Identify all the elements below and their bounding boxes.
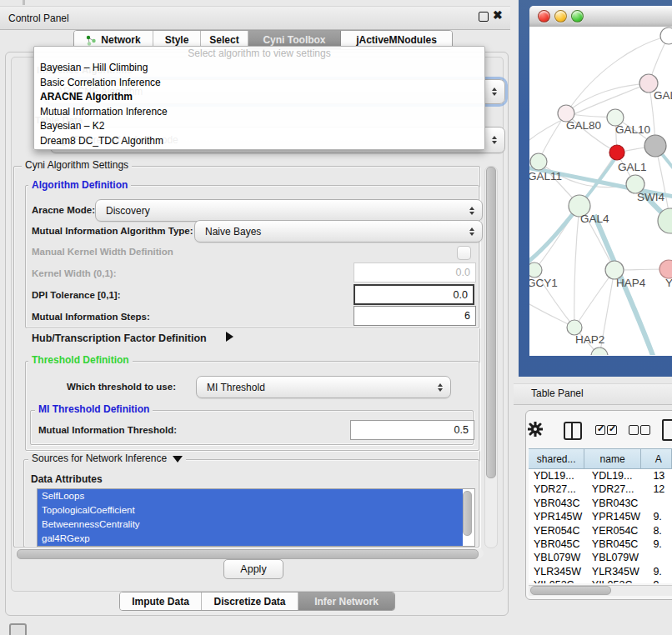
table-cell: YBR045C	[529, 538, 590, 551]
which-threshold-select[interactable]: MI Threshold	[196, 376, 451, 398]
column-header[interactable]: A	[641, 448, 672, 469]
settings-hscrollbar-thumb[interactable]	[17, 549, 479, 559]
sources-title: Sources for Network Inference	[28, 453, 186, 464]
kernel-width-field[interactable]: 0.0	[354, 262, 476, 282]
table-cell: 9	[651, 578, 672, 583]
table-cell: 8.	[651, 524, 672, 538]
float-window-icon[interactable]	[479, 12, 489, 22]
mi-steps-label: Mutual Information Steps:	[32, 312, 150, 322]
network-canvas[interactable]: GAL2GAL80GAL10GAL1GAL11SWI4GAL4GCY1HAP4Y…	[529, 27, 672, 356]
dpi-tolerance-field[interactable]: 0.0	[354, 284, 474, 305]
table-row[interactable]: YLR345WYLR345W9.	[529, 565, 672, 578]
data-attributes-label: Data Attributes	[31, 473, 103, 485]
table-cell: 13	[651, 469, 672, 482]
table-cell: YIL052C	[590, 578, 652, 583]
algorithm-option[interactable]: ARACNE Algorithm	[34, 90, 484, 105]
mi-type-label: Mutual Information Algorithm Type:	[32, 226, 193, 236]
threshold-definition-title: Threshold Definition	[28, 355, 133, 366]
table-mode-icon[interactable]	[662, 419, 672, 441]
node-label: GAL2	[654, 89, 672, 102]
tab-discretize-data[interactable]: Discretize Data	[202, 592, 298, 610]
table-row[interactable]: YDR27...YDR27...12	[529, 482, 672, 496]
gear-icon[interactable]	[528, 422, 543, 437]
attribute-item[interactable]: gal4RGexp	[38, 532, 463, 546]
column-header[interactable]: shared...	[529, 448, 584, 469]
network-window-titlebar[interactable]	[529, 6, 672, 28]
tab-infer-network[interactable]: Infer Network	[298, 592, 394, 610]
table-row[interactable]: YIL052CYIL052C9	[529, 578, 672, 583]
zoom-traffic-light[interactable]	[571, 10, 584, 22]
top-strip-notch	[23, 0, 25, 5]
network-node[interactable]	[530, 153, 547, 170]
attribute-item[interactable]: SelfLoops	[38, 489, 463, 503]
bottom-tabs: Impute DataDiscretize DataInfer Network	[119, 592, 395, 611]
combo-arrows-icon	[469, 207, 474, 215]
which-threshold-value: MI Threshold	[207, 382, 265, 393]
table-cell: YLR345W	[529, 565, 590, 578]
mi-threshold-title: MI Threshold Definition	[35, 404, 153, 415]
deselect-checkbox-icon[interactable]	[629, 425, 639, 435]
expand-arrow-icon[interactable]	[226, 332, 233, 342]
data-attributes-list[interactable]: SelfLoopsTopologicalCoefficientBetweenne…	[37, 488, 475, 547]
table-cell: YPR145W	[529, 510, 590, 523]
apply-button[interactable]: Apply	[223, 559, 283, 579]
node-label: GAL10	[615, 123, 650, 136]
table-row[interactable]: YER054CYER054C8.	[529, 524, 672, 538]
aracne-mode-select[interactable]: Discovery	[95, 199, 483, 222]
algorithm-dropdown-popup: Select algorithm to view settings Bayesi…	[33, 46, 485, 150]
deselect-checkbox-icon2[interactable]	[640, 425, 650, 435]
table-row[interactable]: YBL079WYBL079W	[529, 551, 672, 564]
table-hscrollbar-thumb[interactable]	[530, 586, 611, 595]
control-panel-title: Control Panel	[8, 12, 69, 24]
algorithm-option[interactable]: Bayesian – K2	[34, 119, 484, 134]
node-label: GAL4	[580, 212, 609, 225]
table-cell: YDL19...	[590, 469, 652, 482]
tab-impute-data[interactable]: Impute Data	[120, 592, 202, 610]
attribute-item[interactable]: TopologicalCoefficient	[38, 503, 463, 518]
mi-threshold-field[interactable]: 0.5	[350, 420, 474, 440]
network-node[interactable]	[644, 135, 666, 157]
table-cell: 9.	[651, 510, 672, 523]
network-node[interactable]	[659, 260, 672, 278]
algorithm-option[interactable]: Basic Correlation Inference	[34, 76, 484, 91]
close-icon[interactable]: ✖	[493, 8, 503, 22]
algorithm-option[interactable]: Dream8 DC_TDC Algorithm	[34, 134, 484, 149]
network-node[interactable]	[529, 262, 542, 278]
select-all-checkbox-icon[interactable]	[595, 425, 605, 435]
table-row[interactable]: YPR145WYPR145W9.	[529, 510, 672, 523]
panel-corner-icon[interactable]	[9, 623, 27, 635]
table-cell: YER054C	[529, 524, 590, 538]
columns-icon[interactable]	[564, 422, 582, 440]
table-cell: 12	[651, 482, 672, 496]
hub-definition-label[interactable]: Hub/Transcription Factor Definition	[32, 332, 207, 344]
combo-arrows-icon	[469, 228, 474, 236]
sources-title-text: Sources for Network Inference	[32, 452, 167, 464]
table-cell: YDL19...	[529, 469, 590, 482]
table-row[interactable]: YBR045CYBR045C9.	[529, 538, 672, 551]
combo-arrows-icon	[492, 136, 497, 144]
algorithm-option[interactable]: Mutual Information Inference	[34, 105, 484, 120]
collapse-arrow-icon[interactable]	[173, 456, 183, 462]
network-node[interactable]	[660, 28, 672, 44]
select-all-checkbox-icon2[interactable]	[607, 425, 617, 435]
column-header[interactable]: name	[584, 448, 640, 469]
mi-steps-field[interactable]: 6	[354, 306, 476, 326]
table-row[interactable]: YBR043CYBR043C	[529, 497, 672, 510]
manual-kernel-checkbox[interactable]	[457, 246, 471, 260]
attribute-item[interactable]: BetweennessCentrality	[38, 518, 463, 532]
table-cell: 9.	[651, 565, 672, 578]
close-traffic-light[interactable]	[538, 10, 550, 22]
table-cell: YBL079W	[529, 551, 590, 564]
settings-vscrollbar-thumb[interactable]	[486, 167, 496, 478]
table-cell: YBR043C	[590, 497, 652, 510]
attr-list-scrollbar-thumb[interactable]	[463, 491, 472, 536]
dropdown-hint: Select algorithm to view settings	[34, 47, 484, 61]
aracne-mode-label: Aracne Mode:	[32, 205, 95, 215]
minimize-traffic-light[interactable]	[554, 10, 567, 22]
node-table: shared...nameA YDL19...YDL19...13YDR27..…	[529, 448, 672, 583]
table-cell: YDR27...	[529, 482, 590, 496]
algorithm-option[interactable]: Bayesian – Hill Climbing	[34, 61, 484, 76]
network-node[interactable]	[609, 145, 624, 160]
table-row[interactable]: YDL19...YDL19...13	[529, 469, 672, 482]
mi-type-select[interactable]: Naive Bayes	[194, 220, 483, 242]
